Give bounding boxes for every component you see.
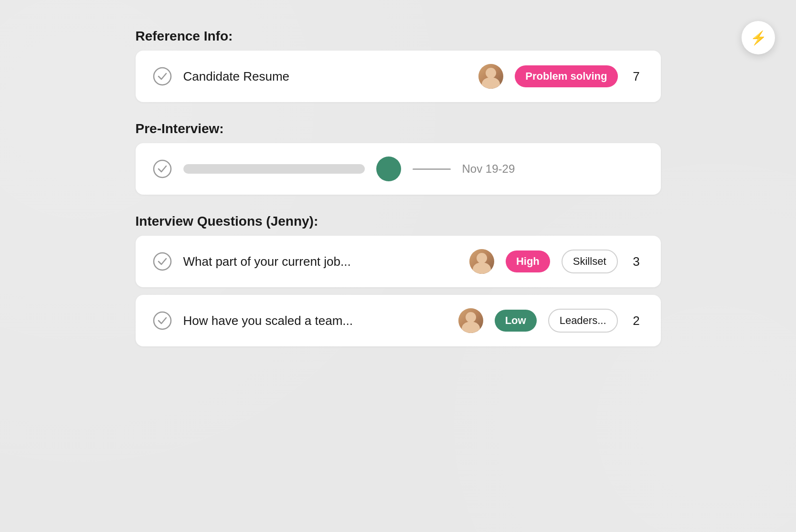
check-icon-pre-interview xyxy=(153,159,172,178)
badge-skillset: Skillset xyxy=(562,250,618,273)
avatar-candidate-resume xyxy=(478,64,503,89)
count-candidate-resume: 7 xyxy=(629,69,644,84)
check-icon xyxy=(153,67,172,86)
section-interview-questions: Interview Questions (Jenny): What part o… xyxy=(136,214,661,346)
badge-leaders: Leaders... xyxy=(548,309,618,333)
avatar-question-1 xyxy=(469,249,494,274)
section-pre-interview: Pre-Interview: Nov 19-29 xyxy=(136,121,661,195)
card-title-question-1: What part of your current job... xyxy=(183,254,458,269)
count-question-1: 3 xyxy=(629,254,644,269)
card-question-1[interactable]: What part of your current job... High Sk… xyxy=(136,236,661,287)
dash-separator xyxy=(413,168,451,170)
card-candidate-resume[interactable]: Candidate Resume Problem solving 7 xyxy=(136,51,661,102)
avatar-pre-interview xyxy=(376,156,401,181)
badge-low: Low xyxy=(495,310,537,332)
main-content: Reference Info: Candidate Resume Problem… xyxy=(136,29,661,346)
card-title-question-2: How have you scaled a team... xyxy=(183,313,447,328)
section-label-pre-interview: Pre-Interview: xyxy=(136,121,661,136)
date-pre-interview: Nov 19-29 xyxy=(462,162,515,176)
section-label-interview-questions: Interview Questions (Jenny): xyxy=(136,214,661,229)
svg-point-3 xyxy=(154,312,171,329)
section-reference-info: Reference Info: Candidate Resume Problem… xyxy=(136,29,661,102)
avatar-question-2 xyxy=(458,308,483,333)
badge-problem-solving: Problem solving xyxy=(515,65,617,87)
card-title-candidate-resume: Candidate Resume xyxy=(183,69,467,84)
bolt-icon: ⚡ xyxy=(750,30,767,46)
svg-point-2 xyxy=(154,253,171,270)
count-question-2: 2 xyxy=(629,313,644,328)
fab-button[interactable]: ⚡ xyxy=(742,21,775,54)
card-title-blurred-pre-interview xyxy=(183,164,365,174)
check-icon-question-2 xyxy=(153,311,172,330)
badge-high: High xyxy=(506,250,550,272)
card-question-2[interactable]: How have you scaled a team... Low Leader… xyxy=(136,295,661,346)
card-pre-interview[interactable]: Nov 19-29 xyxy=(136,143,661,195)
svg-point-1 xyxy=(154,160,171,177)
svg-point-0 xyxy=(154,68,171,85)
section-label-reference-info: Reference Info: xyxy=(136,29,661,44)
check-icon-question-1 xyxy=(153,252,172,271)
